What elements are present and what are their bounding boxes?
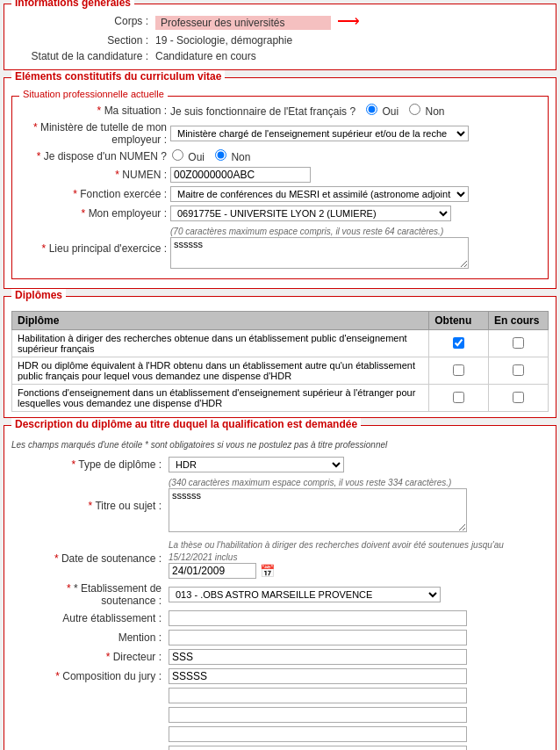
extra-input-1[interactable] [169,688,467,703]
corps-value: Professeur des universités [155,16,331,30]
ma-situation-label: Ma situation : [19,102,169,119]
description-legend: Description du diplôme au titre duquel l… [11,418,361,430]
composition-row: Composition du jury : [11,667,549,686]
obtenu-checkbox-1[interactable] [453,364,464,376]
numen-question-label: Je dispose d'un NUMEN ? [19,148,169,165]
diplome-row-1: HDR ou diplôme équivalent à l'HDR obtenu… [12,357,549,385]
ma-situation-value: Je suis fonctionnaire de l'Etat français… [169,102,541,119]
diplome-obtenu-0 [429,330,489,357]
lieu-value: (70 caractères maximum espace compris, i… [169,223,541,273]
extra-row-2 [11,705,549,725]
etab-select[interactable]: 013 - .OBS ASTRO MARSEILLE PROVENCE [169,587,441,602]
diplome-obtenu-1 [429,357,489,385]
numen-question-row: Je dispose d'un NUMEN ? Oui Non [19,148,541,165]
directeur-row: Directeur : [11,647,549,667]
obtenu-checkbox-0[interactable] [453,337,464,349]
fonction-row: Fonction exercée : Maitre de conférences… [19,184,541,204]
date-note: La thèse ou l'habilitation à diriger des… [169,540,504,562]
diplome-encours-1 [489,357,549,385]
directeur-input[interactable] [169,649,467,665]
employeur-select[interactable]: 0691775E - UNIVERSITE LYON 2 (LUMIERE) [170,206,451,221]
numen-non-radio[interactable] [215,149,226,161]
diplome-row-0: Habilitation à diriger des recherches ob… [12,330,549,357]
extra-input-2[interactable] [169,707,467,723]
fonction-value: Maitre de conférences du MESRI et assimi… [169,184,541,204]
employeur-row: Mon employeur : 0691775E - UNIVERSITE LY… [19,204,541,223]
obtenu-checkbox-2[interactable] [453,392,464,403]
numen-non-label: Non [231,151,250,163]
lieu-char-limit: (70 caractères maximum espace compris, i… [170,227,443,236]
diplome-label-2: Fonctions d'enseignement dans un établis… [12,385,429,412]
statut-label: Statut de la candidature : [11,48,152,64]
diplome-obtenu-2 [429,385,489,412]
fonctionnaire-text: Je suis fonctionnaire de l'Etat français… [170,105,355,118]
lieu-row: Lieu principal d'exercice : (70 caractèr… [19,223,541,273]
extra-row-4 [11,744,549,750]
composition-input[interactable] [169,668,467,684]
directeur-value [165,647,549,667]
corps-label: Corps : [11,10,152,32]
statut-value: Candidature en cours [152,48,549,64]
numen-oui-radio[interactable] [172,149,183,161]
section-row: Section : 19 - Sociologie, démographie [11,32,549,48]
ministere-row: Ministère de tutelle de mon employeur : … [19,119,541,148]
extra-row-1 [11,686,549,705]
description-section: Description du diplôme au titre duquel l… [4,425,556,750]
section-label: Section : [11,32,152,48]
description-note: Les champs marqués d'une étoile * sont o… [11,440,549,450]
diplomes-legend: Diplômes [11,289,66,301]
autre-etab-row: Autre établissement : [11,609,549,628]
diplome-encours-0 [489,330,549,357]
date-input[interactable] [169,563,256,579]
composition-value [165,667,549,686]
diplome-label-1: HDR ou diplôme équivalent à l'HDR obtenu… [12,357,429,385]
titre-label: Titre ou sujet : [11,474,165,537]
ministere-select[interactable]: Ministère chargé de l'enseignement supér… [170,126,469,141]
fonction-select[interactable]: Maitre de conférences du MESRI et assimi… [170,186,469,202]
corps-value-cell: Professeur des universités ⟶ [152,10,549,32]
description-table: Type de diplôme : HDR Titre ou sujet : (… [11,455,549,750]
col-obtenu-header: Obtenu [429,312,489,330]
lieu-textarea[interactable]: ssssss [170,237,469,269]
situation-pro-section: Situation professionnelle actuelle Ma si… [11,96,549,279]
encours-checkbox-1[interactable] [513,364,524,376]
numen-row: NUMEN : [19,165,541,184]
diplome-row-2: Fonctions d'enseignement dans un établis… [12,385,549,412]
numen-question-value: Oui Non [169,148,541,165]
numen-oui-label: Oui [188,151,205,163]
numen-value-cell [169,165,541,184]
date-row: Date de soutenance : La thèse ou l'habil… [11,537,549,581]
non-radio[interactable] [409,104,420,115]
section-value: 19 - Sociologie, démographie [152,32,549,48]
fonction-label: Fonction exercée : [19,184,169,204]
titre-value: (340 caractères maximum espace compris, … [165,474,549,537]
mention-input[interactable] [169,630,467,645]
ministere-label: Ministère de tutelle de mon employeur : [19,119,169,148]
type-select[interactable]: HDR [169,457,344,472]
ministere-value: Ministère chargé de l'enseignement supér… [169,119,541,148]
diplome-encours-2 [489,385,549,412]
extra-input-3[interactable] [169,726,467,742]
directeur-label: Directeur : [11,647,165,667]
etab-value: 013 - .OBS ASTRO MARSEILLE PROVENCE [165,581,549,609]
oui-radio[interactable] [366,104,377,115]
composition-label: Composition du jury : [11,667,165,686]
informations-generales-legend: Informations générales [11,0,134,9]
situation-table: Ma situation : Je suis fonctionnaire de … [19,102,541,273]
type-label: Type de diplôme : [11,455,165,474]
diplomes-header-row: Diplôme Obtenu En cours [12,312,549,330]
numen-input[interactable] [170,167,311,183]
corps-row: Corps : Professeur des universités ⟶ [11,10,549,32]
lieu-label: Lieu principal d'exercice : [19,223,169,273]
calendar-icon[interactable]: 📅 [260,564,275,578]
extra-input-4[interactable] [169,746,467,750]
encours-checkbox-2[interactable] [513,392,524,403]
encours-checkbox-0[interactable] [513,337,524,349]
etab-label: * Etablissement de soutenance : [11,581,165,609]
diplomes-table: Diplôme Obtenu En cours Habilitation à d… [11,311,549,412]
arrow-icon: ⟶ [337,11,360,31]
statut-row: Statut de la candidature : Candidature e… [11,48,549,64]
autre-etab-input[interactable] [169,610,467,626]
titre-textarea[interactable]: ssssss [169,488,467,532]
titre-char-limit: (340 caractères maximum espace compris, … [169,478,451,487]
